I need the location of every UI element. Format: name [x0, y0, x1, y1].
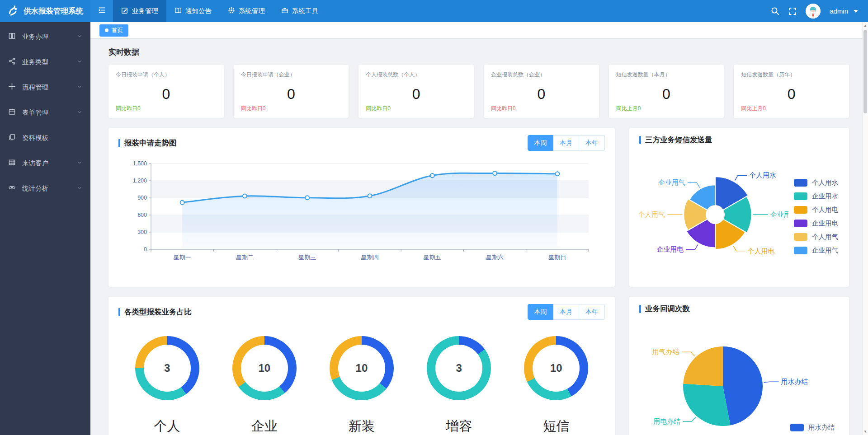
legend-item[interactable]: 个人用电 [794, 206, 838, 214]
tab-home[interactable]: 首页 [99, 24, 128, 37]
donut-chart[interactable]: 10 [232, 336, 297, 400]
legend-item[interactable]: 企业用气 [794, 246, 838, 255]
donut-短信: 10短信 [524, 336, 588, 435]
panel-accent-bar [118, 139, 120, 147]
nav-label: 业务管理 [132, 7, 158, 15]
open-book-icon [175, 7, 182, 15]
sidebar-item-process-mgmt[interactable]: 流程管理 [0, 75, 90, 100]
nav-item-system[interactable]: 系统管理 [220, 0, 273, 22]
stat-card-footer: 同比上月0 [741, 105, 842, 112]
stat-card-title: 个人报装总数（个人） [366, 71, 467, 79]
user-menu-caret-icon[interactable] [854, 10, 858, 13]
stat-card-footer: 同比上月0 [616, 105, 717, 112]
donut-label: 企业 [251, 417, 278, 435]
sidebar-item-form-mgmt[interactable]: 表单管理 [0, 100, 90, 125]
legend-item[interactable]: 个人用气 [794, 233, 838, 241]
donut-增容: 3增容 [427, 336, 491, 435]
tag-label: 首页 [112, 27, 123, 34]
trend-line-chart[interactable]: 03006009001,2001,500星期一星期二星期三星期四星期五星期六星期… [118, 158, 602, 266]
legend-item[interactable]: 企业用电 [794, 219, 838, 228]
scroll-down-arrow-icon[interactable]: ▼ [863, 430, 868, 434]
nav-item-business[interactable]: 业务管理 [113, 0, 166, 22]
callback-pie-chart[interactable]: 用水办结用电办结用气办结 [639, 319, 811, 435]
svg-text:900: 900 [137, 195, 147, 201]
trend-month-button[interactable]: 本月 [553, 135, 579, 151]
donut-chart[interactable]: 10 [330, 336, 394, 400]
legend-item[interactable]: 用水办结 [790, 423, 835, 432]
scrollbar-thumb[interactable] [863, 30, 867, 113]
svg-text:企业用气: 企业用气 [658, 178, 685, 186]
legend-item[interactable]: 企业用水 [794, 192, 838, 201]
donut-chart[interactable]: 3 [135, 336, 199, 400]
ratio-week-button[interactable]: 本周 [528, 304, 553, 320]
svg-text:1,500: 1,500 [133, 160, 147, 167]
svg-text:企业用水: 企业用水 [770, 210, 788, 218]
panel-accent-bar [639, 136, 641, 144]
donut-hole: 10 [533, 345, 580, 392]
toolbox-icon [281, 7, 288, 15]
sidebar-item-label: 业务办理 [22, 33, 48, 41]
sidebar-item-statistics[interactable]: 统计分析 [0, 176, 90, 201]
trend-range-button-group: 本周 本月 本年 [528, 135, 605, 151]
trend-week-button[interactable]: 本周 [528, 135, 553, 151]
scroll-up-arrow-icon[interactable]: ▲ [863, 23, 868, 28]
sidebar-item-business-handle[interactable]: 业务办理 [0, 24, 90, 49]
chevron-down-icon [77, 185, 82, 192]
username[interactable]: admin [830, 7, 848, 15]
donut-chart[interactable]: 10 [524, 336, 588, 400]
sms-legend: 个人用水 企业用水 个人用电 企业用电 个人用气 企业用气 [794, 178, 838, 281]
nav-item-tools[interactable]: 系统工具 [273, 0, 326, 22]
trend-year-button[interactable]: 本年 [579, 135, 605, 151]
donut-企业: 10企业 [232, 336, 297, 435]
svg-text:600: 600 [137, 212, 147, 218]
svg-text:用电办结: 用电办结 [653, 417, 680, 425]
stat-card-value: 0 [616, 86, 717, 103]
copy-icon [8, 133, 16, 142]
ratio-year-button[interactable]: 本年 [579, 304, 605, 320]
sidebar-toggle-button[interactable] [90, 0, 113, 22]
fullscreen-icon[interactable] [788, 7, 797, 15]
search-icon[interactable] [771, 7, 779, 15]
stat-card-sms-total: 短信发送数量（历年） 0 同比上月0 [734, 65, 849, 118]
tags-view-bar: 首页 [90, 22, 868, 39]
legend-swatch [794, 179, 807, 187]
nav-item-notice[interactable]: 通知公告 [166, 0, 220, 22]
panel-accent-bar [639, 305, 641, 313]
donut-chart[interactable]: 3 [427, 336, 491, 400]
legend-label: 企业用电 [812, 219, 838, 228]
sms-panel: 三方业务短信发送量 个人用水企业用水个人用电企业用电个人用气企业用气 个人用水 … [629, 128, 849, 287]
nav-label: 系统管理 [239, 7, 265, 15]
form-icon [8, 108, 16, 117]
tag-active-dot [105, 28, 108, 32]
panel-title: 三方业务短信发送量 [645, 135, 712, 145]
sidebar-item-templates[interactable]: 资料模板 [0, 125, 90, 150]
ratio-range-button-group: 本周 本月 本年 [528, 304, 605, 320]
stat-card-title: 企业报装总数（企业） [491, 71, 592, 79]
section-title: 实时数据 [108, 47, 849, 57]
sidebar-item-label: 资料模板 [22, 134, 48, 142]
category-icon [8, 57, 16, 66]
donut-value: 10 [550, 362, 562, 374]
callback-panel: 业务回调次数 用水办结用电办结用气办结 用水办结 用电办结 用气办结 [629, 297, 849, 435]
sms-rose-pie-chart[interactable]: 个人用水企业用水个人用电企业用电个人用气企业用气 [639, 146, 788, 281]
stat-card-total-personal: 个人报装总数（个人） 0 同比昨日0 [359, 65, 474, 118]
sidebar-item-business-type[interactable]: 业务类型 [0, 49, 90, 75]
middle-row: 报装申请走势图 本周 本月 本年 03006009001,2001,500星期一… [108, 128, 849, 287]
svg-text:300: 300 [137, 229, 147, 235]
main-content: 实时数据 今日报装申请（个人） 0 同比昨日0 今日报装申请（企业） 0 同比昨… [90, 39, 868, 435]
panel-title: 业务回调次数 [645, 304, 690, 314]
svg-text:星期二: 星期二 [236, 254, 254, 261]
ratio-month-button[interactable]: 本月 [553, 304, 579, 320]
hamburger-icon [98, 6, 106, 16]
donut-value: 3 [456, 362, 462, 374]
svg-text:星期六: 星期六 [486, 254, 504, 261]
header-right: admin [771, 4, 868, 19]
svg-text:个人用电: 个人用电 [748, 247, 775, 255]
avatar[interactable] [806, 4, 821, 19]
legend-swatch [790, 424, 804, 431]
sidebar-item-visitors[interactable]: 来访客户 [0, 150, 90, 176]
legend-item[interactable]: 个人用水 [794, 178, 838, 187]
svg-text:用水办结: 用水办结 [781, 378, 808, 385]
panel-title: 报装申请走势图 [124, 138, 177, 148]
vertical-scrollbar[interactable]: ▲ ▼ [862, 22, 868, 435]
